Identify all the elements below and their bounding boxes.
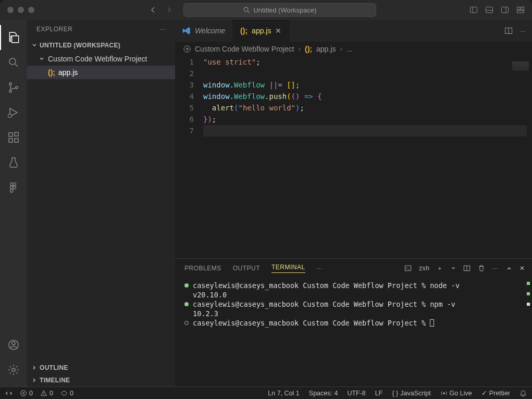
tab-appjs[interactable]: (); app.js ✕: [233, 20, 289, 42]
svg-point-21: [10, 183, 13, 186]
chevron-down-icon[interactable]: [451, 266, 456, 271]
activity-testing-icon[interactable]: [0, 150, 27, 175]
svg-point-25: [10, 190, 13, 193]
trash-icon[interactable]: [478, 265, 485, 272]
outline-label: OUTLINE: [40, 364, 68, 371]
toggle-secondary-sidebar-icon[interactable]: [501, 6, 509, 14]
activity-search-icon[interactable]: [0, 50, 27, 75]
vscode-icon: [182, 27, 191, 35]
nav-arrows: [149, 6, 173, 14]
toggle-primary-sidebar-icon[interactable]: [469, 6, 478, 14]
status-language[interactable]: { } JavaScript: [392, 390, 430, 397]
minimap[interactable]: [512, 61, 529, 71]
workspace-header[interactable]: UNTITLED (WORKSPACE): [27, 39, 175, 52]
activity-explorer-icon[interactable]: [0, 25, 27, 50]
command-center[interactable]: Untitled (Workspace): [183, 3, 376, 17]
shell-name[interactable]: zsh: [419, 265, 429, 272]
activity-source-control-icon[interactable]: [0, 75, 27, 100]
breadcrumb-file[interactable]: app.js: [316, 45, 336, 53]
window-maximize-button[interactable]: [28, 7, 34, 13]
breadcrumb-more[interactable]: ...: [347, 45, 353, 53]
success-bullet-icon: [184, 283, 189, 288]
tab-welcome-label: Welcome: [195, 27, 225, 35]
outline-section[interactable]: OUTLINE: [27, 361, 175, 374]
activity-settings-icon[interactable]: [0, 357, 27, 382]
close-tab-icon[interactable]: ✕: [275, 27, 281, 35]
svg-point-0: [244, 7, 249, 11]
window-minimize-button[interactable]: [18, 7, 24, 13]
status-ln-col[interactable]: Ln 7, Col 1: [268, 390, 299, 397]
panel-tab-output[interactable]: OUTPUT: [233, 265, 260, 272]
status-warnings[interactable]: 0: [40, 390, 53, 397]
status-ports[interactable]: 0: [60, 390, 73, 397]
status-bar: 0 0 0 Ln 7, Col 1 Spaces: 4 UTF-8 LF { }…: [0, 386, 532, 399]
run-icon[interactable]: [183, 45, 191, 53]
timeline-section[interactable]: TIMELINE: [27, 374, 175, 386]
layout-icons: [469, 6, 525, 14]
window-close-button[interactable]: [7, 7, 14, 13]
code-content[interactable]: "use strict"; window.Webflow ||= []; win…: [203, 56, 532, 258]
maximize-panel-icon[interactable]: [506, 265, 512, 271]
nav-forward-icon[interactable]: [165, 6, 173, 14]
split-terminal-icon[interactable]: [463, 265, 471, 272]
activity-figma-icon[interactable]: [0, 175, 27, 200]
tree-file-appjs[interactable]: (); app.js: [27, 66, 175, 79]
tab-appjs-label: app.js: [252, 27, 271, 35]
close-panel-icon[interactable]: ✕: [519, 265, 525, 272]
remote-icon[interactable]: [5, 390, 13, 397]
js-symbol-icon: ();: [240, 27, 248, 35]
activity-extensions-icon[interactable]: [0, 125, 27, 150]
command-center-label: Untitled (Workspace): [253, 6, 316, 14]
svg-point-16: [8, 114, 12, 118]
status-eol[interactable]: LF: [375, 390, 383, 397]
activity-accounts-icon[interactable]: [0, 332, 27, 357]
traffic-lights: [7, 7, 34, 13]
chevron-right-icon: [31, 377, 38, 383]
new-terminal-icon[interactable]: ＋: [437, 264, 443, 273]
svg-rect-32: [405, 266, 411, 271]
tab-welcome[interactable]: Welcome: [175, 20, 233, 42]
svg-rect-2: [471, 7, 477, 13]
check-icon: ✓: [481, 389, 487, 397]
editor-area: Welcome (); app.js ✕ ··· Custom Code Web…: [175, 20, 532, 386]
panel-tab-problems[interactable]: PROBLEMS: [184, 265, 221, 272]
svg-point-28: [12, 368, 15, 371]
sidebar-header: EXPLORER ···: [27, 20, 175, 39]
svg-point-15: [16, 86, 18, 89]
status-encoding[interactable]: UTF-8: [347, 390, 365, 397]
status-prettier[interactable]: ✓ Prettier: [481, 389, 510, 397]
panel: PROBLEMS OUTPUT TERMINAL ··· zsh ＋ ··· ✕: [175, 258, 532, 386]
sidebar-more-icon[interactable]: ···: [159, 26, 166, 33]
breadcrumb[interactable]: Custom Code Webflow Project › (); app.js…: [175, 42, 532, 56]
chevron-down-icon: [39, 56, 45, 62]
chevron-down-icon: [31, 42, 38, 48]
toggle-panel-icon[interactable]: [485, 6, 493, 14]
more-actions-icon[interactable]: ···: [520, 27, 526, 35]
tree-folder[interactable]: Custom Code Webflow Project: [27, 52, 175, 66]
sidebar-title: EXPLORER: [36, 26, 72, 33]
status-go-live[interactable]: Go Live: [440, 390, 472, 397]
file-name: app.js: [58, 68, 78, 77]
status-bell-icon[interactable]: [519, 390, 527, 397]
svg-rect-4: [486, 7, 493, 13]
status-errors[interactable]: 0: [20, 390, 33, 397]
title-bar: Untitled (Workspace): [0, 0, 532, 20]
panel-more-icon[interactable]: ···: [317, 265, 323, 272]
customize-layout-icon[interactable]: [516, 6, 525, 14]
svg-rect-10: [517, 11, 524, 13]
panel-tab-terminal[interactable]: TERMINAL: [271, 264, 305, 273]
split-editor-icon[interactable]: [504, 27, 513, 35]
editor-body[interactable]: 1 2 3 4 5 6 7 "use strict"; window.Webfl…: [175, 56, 532, 258]
activity-bar: [0, 20, 27, 386]
js-symbol-icon: ();: [48, 68, 55, 77]
panel-more-icon[interactable]: ···: [492, 265, 499, 272]
panel-tabs: PROBLEMS OUTPUT TERMINAL ··· zsh ＋ ··· ✕: [175, 259, 532, 278]
breadcrumb-folder[interactable]: Custom Code Webflow Project: [195, 45, 294, 53]
activity-debug-icon[interactable]: [0, 100, 27, 125]
chevron-right-icon: ›: [340, 45, 342, 53]
terminal-output[interactable]: caseylewis@caseys_macbook Custom Code We…: [175, 278, 532, 386]
nav-back-icon[interactable]: [149, 6, 157, 14]
terminal-cursor: [430, 319, 434, 327]
svg-rect-17: [9, 133, 13, 136]
status-spaces[interactable]: Spaces: 4: [309, 390, 338, 397]
